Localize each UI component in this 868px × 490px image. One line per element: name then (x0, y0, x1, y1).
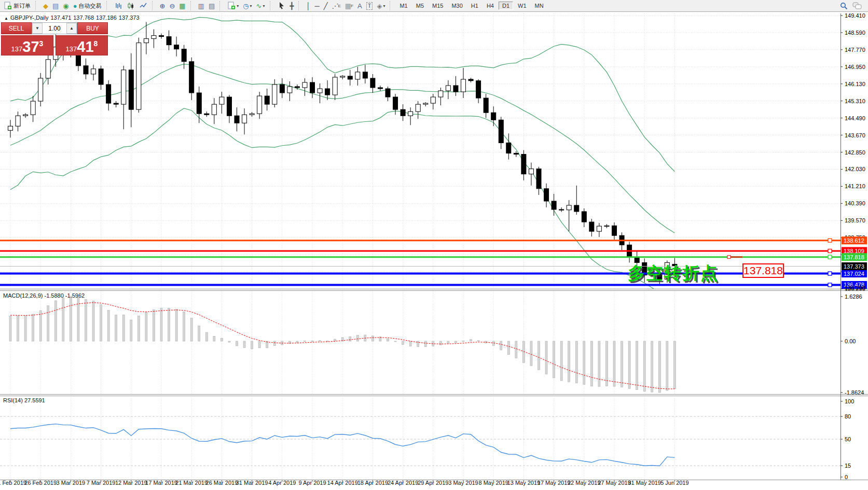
high-value: 137.768 (73, 15, 94, 21)
svg-text:137.818: 137.818 (844, 254, 864, 260)
toolbar-separator (270, 1, 273, 10)
collapse-panel-icon[interactable]: ▲ (4, 16, 8, 21)
community-icon[interactable] (850, 0, 864, 11)
annotation-text-object[interactable]: 多空转折点 (628, 262, 719, 285)
toolbar-separator (152, 1, 155, 10)
signals-icon[interactable]: ◉ (61, 0, 71, 11)
tile-windows-icon[interactable]: ▦ (177, 0, 187, 11)
toolbar-group: │─╱⋰E▦FAT◈▾ (302, 0, 389, 11)
toolbar-separator (190, 1, 194, 10)
svg-text:17 Mar 2019: 17 Mar 2019 (145, 480, 177, 486)
label-tool[interactable]: T (364, 0, 375, 11)
timeframe-d1[interactable]: D1 (499, 2, 513, 10)
timeframe-h1[interactable]: H1 (467, 2, 482, 10)
period-dropdown[interactable]: ◷▾ (241, 0, 254, 11)
timeframe-m30[interactable]: M30 (448, 2, 466, 10)
new-order-button[interactable]: 新订单 (2, 0, 33, 11)
timeframe-mn[interactable]: MN (531, 2, 547, 10)
grid-tool[interactable]: ▦F (343, 0, 355, 11)
timeframe-w1[interactable]: W1 (514, 2, 530, 10)
line-chart-icon[interactable] (137, 0, 149, 11)
svg-text:4 Apr 2019: 4 Apr 2019 (268, 480, 296, 486)
volume-down-button[interactable]: ▼ (32, 23, 43, 34)
charts-basket-icon[interactable]: ◆ (41, 0, 50, 11)
svg-text:136.290: 136.290 (845, 285, 865, 291)
svg-text:1.6286: 1.6286 (845, 293, 862, 300)
hline-tool[interactable]: ─ (312, 0, 321, 11)
vline-tool[interactable]: │ (304, 0, 312, 11)
toolbar-group: 新订单 (0, 0, 34, 11)
toolbar: 新订单◆▤◉●自动交易⊕⊖▦▥▤▾◷▾∿▾╋│─╱⋰E▦FAT◈▾M1M5M15… (0, 0, 868, 12)
sell-price-prefix: 137 (11, 45, 23, 53)
autotrade-button[interactable]: ●自动交易 (71, 0, 104, 11)
svg-text:12 Mar 2019: 12 Mar 2019 (115, 480, 147, 486)
new-chart-dropdown[interactable]: ▾ (225, 0, 241, 11)
bar-chart-icon[interactable] (112, 0, 125, 11)
svg-text:100: 100 (845, 398, 854, 404)
zoom-out-icon[interactable]: ⊖ (167, 0, 177, 11)
svg-text:21 Feb 2019: 21 Feb 2019 (0, 480, 26, 486)
svg-text:5 Jun 2019: 5 Jun 2019 (660, 480, 688, 486)
sell-price-big: 37 (22, 39, 39, 54)
svg-text:14 Apr 2019: 14 Apr 2019 (327, 480, 358, 486)
chart-area[interactable]: 149.410148.590147.770146.950146.130145.3… (0, 11, 868, 490)
svg-text:7 Mar 2019: 7 Mar 2019 (87, 480, 116, 486)
rsi-label: RSI(14) 27.5591 (3, 397, 45, 403)
timeframe-h4[interactable]: H4 (483, 2, 498, 10)
search-icon[interactable] (837, 0, 850, 11)
trendline-tool[interactable]: ╱ (322, 0, 330, 11)
svg-text:143.670: 143.670 (845, 132, 865, 138)
price-chart[interactable]: 149.410148.590147.770146.950146.130145.3… (0, 11, 868, 490)
arrange-charts-icon[interactable]: ▥ (196, 0, 206, 11)
one-click-trade-panel: SELL ▼ ▲ BUY 137373 137418 (1, 22, 108, 55)
timeframe-m1[interactable]: M1 (396, 2, 411, 10)
volume-input[interactable] (43, 23, 66, 34)
timeframe-group: M1M5M15M30H1H4D1W1MN (394, 0, 549, 11)
svg-text:80: 80 (845, 413, 851, 419)
indicators-dropdown[interactable]: ∿▾ (254, 0, 267, 11)
svg-text:3 Mar 2019: 3 Mar 2019 (57, 480, 86, 486)
toolbar-group: ▥▤ (195, 0, 219, 11)
shapes-dropdown[interactable]: ◈▾ (375, 0, 387, 11)
zoom-in-icon[interactable]: ⊕ (158, 0, 168, 11)
fibonacci-tool[interactable]: ⋰E (330, 0, 343, 11)
svg-text:147.770: 147.770 (845, 47, 865, 53)
timeframe-m5[interactable]: M5 (412, 2, 428, 10)
sell-button[interactable]: SELL (1, 22, 32, 34)
volume-up-button[interactable]: ▲ (66, 23, 77, 34)
svg-text:144.490: 144.490 (845, 115, 865, 121)
svg-text:142.030: 142.030 (845, 166, 865, 172)
crosshair-tool[interactable]: ╋ (288, 0, 296, 11)
text-tool[interactable]: A (355, 0, 364, 11)
buy-button[interactable]: BUY (77, 22, 108, 34)
svg-text:9 Apr 2019: 9 Apr 2019 (298, 480, 326, 486)
svg-text:22 May 2019: 22 May 2019 (568, 480, 601, 486)
toolbar-group: ╋ (274, 0, 298, 11)
cursor-tool[interactable] (275, 0, 288, 11)
toolbar-separator (35, 1, 38, 10)
price-callout-object[interactable]: 137.818 (742, 263, 784, 278)
svg-text:24 Apr 2019: 24 Apr 2019 (388, 480, 418, 486)
toolbar-group: ◆▤◉●自动交易 (39, 0, 105, 11)
svg-text:17 May 2019: 17 May 2019 (538, 480, 571, 486)
svg-text:138.612: 138.612 (844, 237, 864, 244)
candlestick-chart-icon[interactable] (125, 0, 137, 11)
svg-text:31 May 2019: 31 May 2019 (628, 480, 661, 486)
sell-price-sup: 3 (39, 39, 44, 48)
svg-text:3 May 2019: 3 May 2019 (448, 480, 478, 486)
svg-text:26 Feb 2019: 26 Feb 2019 (24, 480, 57, 486)
cascade-charts-icon[interactable]: ▤ (206, 0, 217, 11)
profiles-icon[interactable]: ▤ (50, 0, 61, 11)
svg-text:27 May 2019: 27 May 2019 (598, 480, 631, 486)
svg-text:139.570: 139.570 (845, 217, 865, 223)
timeframe-m15[interactable]: M15 (429, 2, 447, 10)
svg-text:21 Mar 2019: 21 Mar 2019 (175, 480, 208, 486)
open-value: 137.471 (50, 15, 71, 21)
svg-text:50: 50 (845, 436, 851, 442)
toolbar-group: ⊕⊖▦ (156, 0, 189, 11)
sell-price-box[interactable]: 137373 (1, 35, 53, 55)
svg-text:31 Mar 2019: 31 Mar 2019 (236, 480, 268, 486)
buy-price-box[interactable]: 137418 (56, 35, 108, 55)
toolbar-group: ▾◷▾∿▾ (224, 0, 268, 11)
svg-text:29 Apr 2019: 29 Apr 2019 (418, 480, 448, 486)
